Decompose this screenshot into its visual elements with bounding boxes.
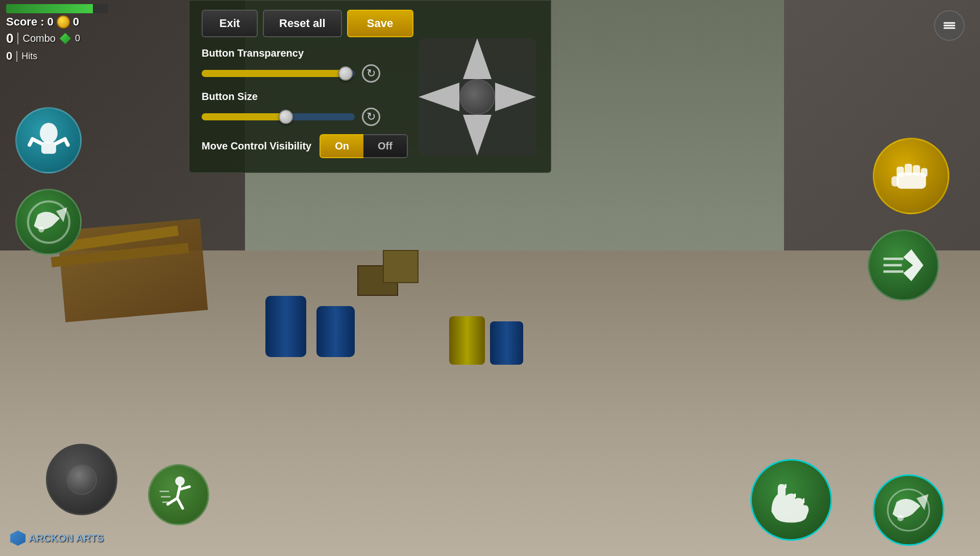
joystick[interactable] — [46, 444, 117, 515]
svg-rect-17 — [896, 166, 903, 176]
dpad-down-button[interactable] — [459, 115, 495, 156]
hud-topleft: Score : 0 0 0 Combo 0 0 Hits — [0, 0, 114, 67]
svg-rect-19 — [913, 165, 920, 175]
svg-rect-20 — [921, 168, 927, 176]
svg-line-5 — [65, 139, 68, 145]
kick-button[interactable] — [873, 474, 944, 546]
transparency-reset-icon[interactable] — [362, 64, 380, 83]
transparency-slider-thumb[interactable] — [338, 66, 353, 81]
logo: ARCKON ARTS — [10, 530, 104, 546]
svg-line-10 — [168, 498, 178, 504]
dpad-up-button[interactable] — [459, 38, 495, 79]
transparency-slider-track[interactable] — [202, 70, 355, 77]
score-label: Score : — [6, 15, 44, 29]
hits-num: 0 — [6, 49, 12, 63]
dpad-left-button[interactable] — [419, 79, 459, 115]
gem-value: 0 — [75, 33, 80, 44]
svg-rect-1 — [41, 142, 56, 154]
dash-icon — [879, 241, 927, 289]
size-reset-icon[interactable] — [362, 108, 380, 126]
svg-point-29 — [897, 515, 904, 521]
joystick-thumb[interactable] — [66, 464, 97, 495]
run-icon — [158, 474, 199, 515]
punch-icon — [886, 150, 937, 202]
barrel-blue-1 — [265, 296, 306, 357]
barrel-yellow — [449, 316, 485, 365]
power-icon — [27, 118, 71, 163]
grab-icon — [764, 472, 819, 527]
special-attack-button[interactable] — [15, 189, 82, 255]
combo-label: Combo — [17, 33, 55, 44]
svg-line-9 — [177, 486, 180, 498]
svg-rect-18 — [904, 164, 912, 175]
grab-button[interactable] — [750, 459, 832, 541]
svg-point-0 — [40, 122, 58, 143]
svg-line-4 — [29, 139, 32, 145]
power-button[interactable] — [15, 107, 82, 173]
coin-icon — [57, 15, 70, 29]
coin-value: 0 — [73, 15, 79, 29]
svg-rect-21 — [891, 176, 898, 186]
dpad-right-button[interactable] — [495, 79, 536, 115]
svg-point-7 — [38, 226, 44, 233]
save-button[interactable]: Save — [347, 10, 413, 37]
size-slider-thumb[interactable] — [279, 110, 293, 124]
crate-2 — [383, 250, 419, 283]
top-right-menu-button[interactable] — [934, 10, 965, 41]
barrel-blue-2 — [316, 306, 355, 357]
score-line: Score : 0 0 — [6, 15, 108, 29]
svg-line-11 — [177, 498, 183, 509]
svg-point-8 — [175, 476, 185, 486]
dash-button[interactable] — [868, 230, 939, 301]
size-slider-track[interactable] — [202, 113, 355, 120]
gem-icon — [60, 33, 71, 44]
visibility-off-button[interactable]: Off — [363, 134, 408, 158]
menu-icon — [942, 18, 957, 33]
barrel-blue-3 — [490, 321, 523, 365]
dpad[interactable] — [419, 38, 536, 156]
kick-icon — [885, 486, 933, 534]
dpad-container — [419, 38, 536, 156]
special-attack-icon — [27, 200, 71, 244]
combo-num: 0 — [6, 31, 13, 46]
hits-row: 0 Hits — [6, 49, 108, 63]
logo-text: ARCKON ARTS — [29, 533, 104, 544]
dpad-center — [459, 79, 495, 115]
visibility-label: Move Control Visibility — [202, 140, 311, 152]
size-label: Button Size — [202, 91, 258, 103]
reset-all-button[interactable]: Reset all — [263, 10, 342, 37]
visibility-on-button[interactable]: On — [320, 134, 363, 158]
transparency-label: Button Transparency — [202, 47, 304, 59]
svg-line-12 — [180, 487, 190, 489]
run-button[interactable] — [148, 464, 209, 525]
logo-icon — [10, 530, 26, 546]
score-value: 0 — [47, 15, 54, 29]
panel-buttons: Exit Reset all Save — [202, 10, 538, 37]
health-bar — [6, 4, 93, 13]
hits-label: Hits — [16, 51, 37, 62]
combo-row: 0 Combo 0 — [6, 31, 108, 46]
visibility-toggle[interactable]: On Off — [320, 134, 408, 158]
punch-button[interactable] — [873, 138, 949, 214]
health-bar-container — [6, 4, 108, 13]
exit-button[interactable]: Exit — [202, 10, 258, 37]
